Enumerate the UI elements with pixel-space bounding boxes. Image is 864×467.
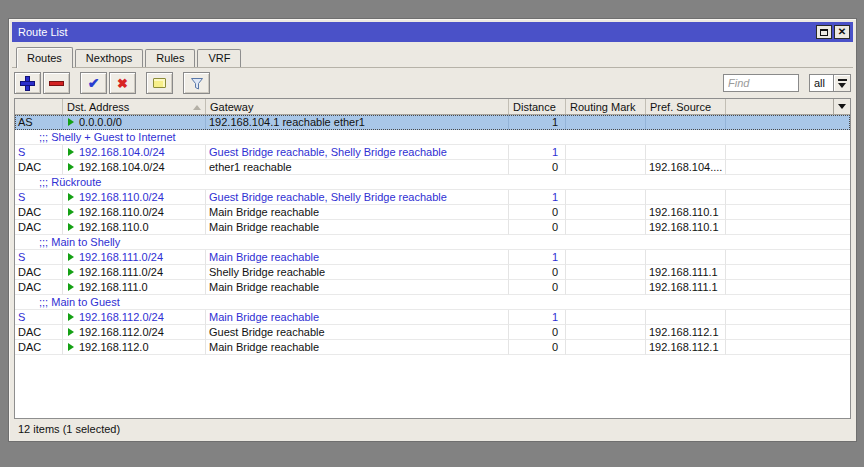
funnel-icon <box>190 77 204 90</box>
row-filler <box>726 115 850 130</box>
header-gateway[interactable]: Gateway <box>206 99 509 114</box>
route-dst-address: 192.168.111.0 <box>63 280 206 295</box>
scope-dropdown-button[interactable] <box>833 74 851 92</box>
route-gateway: Main Bridge reachable <box>206 205 509 220</box>
scope-combo[interactable]: all <box>809 74 851 92</box>
route-dst-address: 192.168.111.0/24 <box>63 265 206 280</box>
route-row[interactable]: DAC192.168.110.0Main Bridge reachable019… <box>15 220 850 235</box>
filter-button[interactable] <box>183 72 210 94</box>
route-pref-source: 192.168.111.1 <box>646 265 726 280</box>
route-table: Dst. Address Gateway Distance Routing Ma… <box>14 98 851 419</box>
route-gateway: Main Bridge reachable <box>206 310 509 325</box>
route-distance: 0 <box>509 280 566 295</box>
route-flags: S <box>15 145 63 160</box>
tab-nexthops[interactable]: Nexthops <box>75 49 143 67</box>
disable-route-button[interactable]: ✖ <box>109 72 136 94</box>
header-dst-address[interactable]: Dst. Address <box>63 99 206 114</box>
row-filler <box>726 190 850 205</box>
column-selector-button[interactable] <box>833 99 850 114</box>
route-pref-source: 192.168.110.1 <box>646 205 726 220</box>
route-gateway: Shelly Bridge reachable <box>206 265 509 280</box>
route-flags: DAC <box>15 325 63 340</box>
add-route-button[interactable] <box>14 72 41 94</box>
route-gateway: Main Bridge reachable <box>206 280 509 295</box>
dst-address-text: 192.168.112.0 <box>79 340 149 354</box>
route-row[interactable]: DAC192.168.104.0/24ether1 reachable0192.… <box>15 160 850 175</box>
row-filler <box>726 325 850 340</box>
row-filler <box>726 160 850 175</box>
route-pref-source: 192.168.110.1 <box>646 220 726 235</box>
route-pref-source: 192.168.112.1 <box>646 325 726 340</box>
route-row[interactable]: DAC192.168.112.0/24Guest Bridge reachabl… <box>15 325 850 340</box>
route-dst-address: 192.168.112.0/24 <box>63 325 206 340</box>
item-count: 12 items (1 selected) <box>18 423 120 435</box>
route-row[interactable]: S192.168.111.0/24Main Bridge reachable1 <box>15 250 850 265</box>
dst-address-text: 192.168.110.0/24 <box>79 205 164 219</box>
comment-row[interactable]: ;;; Main to Shelly <box>15 235 850 250</box>
scope-value[interactable]: all <box>809 74 833 92</box>
dst-address-text: 192.168.111.0/24 <box>79 250 163 264</box>
header-distance[interactable]: Distance <box>509 99 566 114</box>
header-filler <box>726 99 850 114</box>
active-route-icon <box>68 283 74 291</box>
remove-route-button[interactable] <box>43 72 70 94</box>
dst-address-text: 192.168.112.0/24 <box>79 310 164 324</box>
route-row[interactable]: DAC192.168.111.0Main Bridge reachable019… <box>15 280 850 295</box>
route-distance: 0 <box>509 325 566 340</box>
route-routing-mark <box>566 160 646 175</box>
route-gateway: Guest Bridge reachable, Shelly Bridge re… <box>206 190 509 205</box>
route-comment: ;;; Main to Shelly <box>15 235 850 250</box>
header-flags[interactable] <box>15 99 63 114</box>
route-row[interactable]: DAC192.168.110.0/24Main Bridge reachable… <box>15 205 850 220</box>
route-flags: DAC <box>15 160 63 175</box>
route-routing-mark <box>566 265 646 280</box>
titlebar[interactable]: Route List ✕ <box>12 22 853 42</box>
header-routing-mark[interactable]: Routing Mark <box>566 99 646 114</box>
tab-rules[interactable]: Rules <box>145 49 195 67</box>
comment-row[interactable]: ;;; Rückroute <box>15 175 850 190</box>
active-route-icon <box>68 118 74 126</box>
active-route-icon <box>68 223 74 231</box>
route-routing-mark <box>566 220 646 235</box>
route-distance: 0 <box>509 220 566 235</box>
maximize-button[interactable] <box>816 25 832 39</box>
route-routing-mark <box>566 280 646 295</box>
route-dst-address: 192.168.104.0/24 <box>63 145 206 160</box>
status-bar: 12 items (1 selected) <box>14 419 851 438</box>
comment-row[interactable]: ;;; Main to Guest <box>15 295 850 310</box>
route-flags: S <box>15 250 63 265</box>
route-row[interactable]: DAC192.168.112.0Main Bridge reachable019… <box>15 340 850 355</box>
comment-row[interactable]: ;;; Shelly + Guest to Internet <box>15 130 850 145</box>
tab-routes[interactable]: Routes <box>16 47 73 68</box>
route-row[interactable]: S192.168.104.0/24Guest Bridge reachable,… <box>15 145 850 160</box>
route-routing-mark <box>566 310 646 325</box>
route-flags: DAC <box>15 340 63 355</box>
row-filler <box>726 265 850 280</box>
enable-route-button[interactable]: ✔ <box>80 72 107 94</box>
route-comment: ;;; Main to Guest <box>15 295 850 310</box>
desktop: { "window": { "title": "Route List" }, "… <box>0 0 864 467</box>
header-pref-source[interactable]: Pref. Source <box>646 99 726 114</box>
route-distance: 0 <box>509 205 566 220</box>
route-row[interactable]: S192.168.112.0/24Main Bridge reachable1 <box>15 310 850 325</box>
tab-vrf[interactable]: VRF <box>197 49 241 67</box>
route-flags: S <box>15 310 63 325</box>
route-gateway: Main Bridge reachable <box>206 250 509 265</box>
row-filler <box>726 340 850 355</box>
route-row[interactable]: AS0.0.0.0/0192.168.104.1 reachable ether… <box>15 115 850 130</box>
route-comment: ;;; Rückroute <box>15 175 850 190</box>
maximize-icon <box>820 29 828 36</box>
close-button[interactable]: ✕ <box>834 25 850 39</box>
route-dst-address: 192.168.111.0/24 <box>63 250 206 265</box>
route-row[interactable]: S192.168.110.0/24Guest Bridge reachable,… <box>15 190 850 205</box>
route-pref-source <box>646 310 726 325</box>
active-route-icon <box>68 148 74 156</box>
route-row[interactable]: DAC192.168.111.0/24Shelly Bridge reachab… <box>15 265 850 280</box>
route-routing-mark <box>566 325 646 340</box>
comment-button[interactable] <box>146 72 173 94</box>
route-list-window: Route List ✕ Routes Nexthops Rules VRF ✔… <box>8 18 857 442</box>
comment-icon <box>153 78 166 88</box>
route-dst-address: 192.168.112.0/24 <box>63 310 206 325</box>
find-input[interactable] <box>723 74 799 92</box>
tabstrip: Routes Nexthops Rules VRF <box>12 47 853 68</box>
